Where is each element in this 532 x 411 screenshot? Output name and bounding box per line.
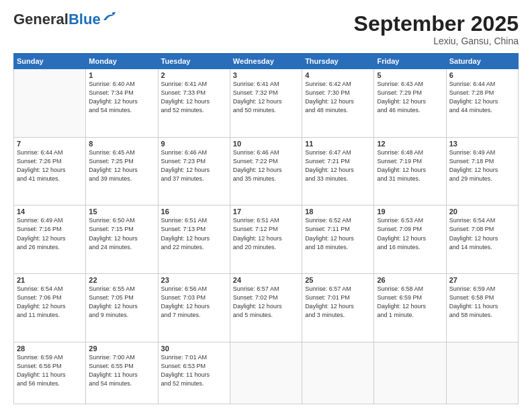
day-info: Sunrise: 6:46 AMSunset: 7:23 PMDaylight:… xyxy=(161,148,227,183)
day-info: Sunrise: 6:58 AMSunset: 6:59 PMDaylight:… xyxy=(377,285,443,320)
day-info: Sunrise: 7:00 AMSunset: 6:55 PMDaylight:… xyxy=(89,353,154,388)
day-info: Sunrise: 6:46 AMSunset: 7:22 PMDaylight:… xyxy=(233,148,299,183)
logo-blue: Blue xyxy=(69,11,101,28)
day-number: 25 xyxy=(305,276,371,284)
day-info: Sunrise: 6:45 AMSunset: 7:25 PMDaylight:… xyxy=(89,148,154,183)
day-number: 28 xyxy=(17,345,83,353)
day-number: 29 xyxy=(89,345,154,353)
logo-bird-icon xyxy=(102,11,117,23)
day-number: 8 xyxy=(89,140,154,148)
table-row: 3Sunrise: 6:41 AMSunset: 7:32 PMDaylight… xyxy=(230,69,302,138)
col-saturday: Saturday xyxy=(446,54,518,69)
day-number: 4 xyxy=(305,71,371,79)
table-row: 25Sunrise: 6:57 AMSunset: 7:01 PMDayligh… xyxy=(302,274,374,342)
col-sunday: Sunday xyxy=(14,54,86,69)
day-number: 7 xyxy=(17,140,83,148)
day-number: 12 xyxy=(377,140,443,148)
logo-general: General xyxy=(13,11,69,28)
table-row: 24Sunrise: 6:57 AMSunset: 7:02 PMDayligh… xyxy=(230,274,302,342)
table-row xyxy=(374,342,446,404)
table-row: 23Sunrise: 6:56 AMSunset: 7:03 PMDayligh… xyxy=(158,274,230,342)
day-info: Sunrise: 6:40 AMSunset: 7:34 PMDaylight:… xyxy=(89,80,154,115)
month-title: September 2025 xyxy=(354,12,519,36)
location-subtitle: Lexiu, Gansu, China xyxy=(354,36,519,46)
day-number: 11 xyxy=(305,140,371,148)
table-row: 9Sunrise: 6:46 AMSunset: 7:23 PMDaylight… xyxy=(158,137,230,205)
day-info: Sunrise: 6:51 AMSunset: 7:13 PMDaylight:… xyxy=(161,216,227,251)
day-number: 10 xyxy=(233,140,299,148)
day-number: 17 xyxy=(233,208,299,216)
day-number: 14 xyxy=(17,208,83,216)
day-number: 22 xyxy=(89,276,154,284)
day-info: Sunrise: 6:49 AMSunset: 7:16 PMDaylight:… xyxy=(17,216,83,251)
day-number: 18 xyxy=(305,208,371,216)
table-row: 27Sunrise: 6:59 AMSunset: 6:58 PMDayligh… xyxy=(446,274,518,342)
table-row: 28Sunrise: 6:59 AMSunset: 6:56 PMDayligh… xyxy=(14,342,86,404)
day-number: 30 xyxy=(161,345,227,353)
day-info: Sunrise: 6:42 AMSunset: 7:30 PMDaylight:… xyxy=(305,80,371,115)
day-number: 16 xyxy=(161,208,227,216)
col-monday: Monday xyxy=(86,54,158,69)
table-row xyxy=(446,342,518,404)
table-row: 13Sunrise: 6:49 AMSunset: 7:18 PMDayligh… xyxy=(446,137,518,205)
table-row: 26Sunrise: 6:58 AMSunset: 6:59 PMDayligh… xyxy=(374,274,446,342)
table-row: 12Sunrise: 6:48 AMSunset: 7:19 PMDayligh… xyxy=(374,137,446,205)
day-info: Sunrise: 6:44 AMSunset: 7:26 PMDaylight:… xyxy=(17,148,83,183)
day-number: 23 xyxy=(161,276,227,284)
day-info: Sunrise: 7:01 AMSunset: 6:53 PMDaylight:… xyxy=(161,353,227,388)
day-number: 6 xyxy=(449,71,515,79)
day-info: Sunrise: 6:59 AMSunset: 6:56 PMDaylight:… xyxy=(17,353,83,388)
table-row: 7Sunrise: 6:44 AMSunset: 7:26 PMDaylight… xyxy=(14,137,86,205)
logo-text: GeneralBlue xyxy=(13,12,101,27)
day-number: 24 xyxy=(233,276,299,284)
col-thursday: Thursday xyxy=(302,54,374,69)
page: GeneralBlue September 2025 Lexiu, Gansu,… xyxy=(0,0,532,411)
day-info: Sunrise: 6:54 AMSunset: 7:08 PMDaylight:… xyxy=(449,216,515,251)
logo: GeneralBlue xyxy=(13,12,117,27)
col-tuesday: Tuesday xyxy=(158,54,230,69)
calendar-table: Sunday Monday Tuesday Wednesday Thursday… xyxy=(13,53,519,404)
day-info: Sunrise: 6:52 AMSunset: 7:11 PMDaylight:… xyxy=(305,216,371,251)
calendar-header-row: Sunday Monday Tuesday Wednesday Thursday… xyxy=(14,54,519,69)
table-row: 6Sunrise: 6:44 AMSunset: 7:28 PMDaylight… xyxy=(446,69,518,138)
table-row: 18Sunrise: 6:52 AMSunset: 7:11 PMDayligh… xyxy=(302,205,374,274)
table-row: 4Sunrise: 6:42 AMSunset: 7:30 PMDaylight… xyxy=(302,69,374,138)
table-row: 10Sunrise: 6:46 AMSunset: 7:22 PMDayligh… xyxy=(230,137,302,205)
table-row: 14Sunrise: 6:49 AMSunset: 7:16 PMDayligh… xyxy=(14,205,86,274)
day-number: 21 xyxy=(17,276,83,284)
day-number: 9 xyxy=(161,140,227,148)
day-info: Sunrise: 6:57 AMSunset: 7:02 PMDaylight:… xyxy=(233,285,299,320)
day-info: Sunrise: 6:43 AMSunset: 7:29 PMDaylight:… xyxy=(377,80,443,115)
day-info: Sunrise: 6:57 AMSunset: 7:01 PMDaylight:… xyxy=(305,285,371,320)
table-row xyxy=(302,342,374,404)
col-friday: Friday xyxy=(374,54,446,69)
table-row: 15Sunrise: 6:50 AMSunset: 7:15 PMDayligh… xyxy=(86,205,158,274)
header: GeneralBlue September 2025 Lexiu, Gansu,… xyxy=(13,12,519,46)
day-number: 5 xyxy=(377,71,443,79)
day-info: Sunrise: 6:56 AMSunset: 7:03 PMDaylight:… xyxy=(161,285,227,320)
table-row: 8Sunrise: 6:45 AMSunset: 7:25 PMDaylight… xyxy=(86,137,158,205)
table-row: 20Sunrise: 6:54 AMSunset: 7:08 PMDayligh… xyxy=(446,205,518,274)
day-info: Sunrise: 6:41 AMSunset: 7:32 PMDaylight:… xyxy=(233,80,299,115)
day-info: Sunrise: 6:59 AMSunset: 6:58 PMDaylight:… xyxy=(449,285,515,320)
day-number: 19 xyxy=(377,208,443,216)
table-row: 11Sunrise: 6:47 AMSunset: 7:21 PMDayligh… xyxy=(302,137,374,205)
table-row: 17Sunrise: 6:51 AMSunset: 7:12 PMDayligh… xyxy=(230,205,302,274)
day-number: 3 xyxy=(233,71,299,79)
day-info: Sunrise: 6:54 AMSunset: 7:06 PMDaylight:… xyxy=(17,285,83,320)
day-number: 26 xyxy=(377,276,443,284)
day-info: Sunrise: 6:44 AMSunset: 7:28 PMDaylight:… xyxy=(449,80,515,115)
day-info: Sunrise: 6:50 AMSunset: 7:15 PMDaylight:… xyxy=(89,216,154,251)
table-row xyxy=(230,342,302,404)
day-info: Sunrise: 6:53 AMSunset: 7:09 PMDaylight:… xyxy=(377,216,443,251)
day-info: Sunrise: 6:49 AMSunset: 7:18 PMDaylight:… xyxy=(449,148,515,183)
table-row: 30Sunrise: 7:01 AMSunset: 6:53 PMDayligh… xyxy=(158,342,230,404)
table-row: 22Sunrise: 6:55 AMSunset: 7:05 PMDayligh… xyxy=(86,274,158,342)
table-row: 16Sunrise: 6:51 AMSunset: 7:13 PMDayligh… xyxy=(158,205,230,274)
day-number: 1 xyxy=(89,71,154,79)
day-info: Sunrise: 6:47 AMSunset: 7:21 PMDaylight:… xyxy=(305,148,371,183)
col-wednesday: Wednesday xyxy=(230,54,302,69)
day-number: 20 xyxy=(449,208,515,216)
table-row: 5Sunrise: 6:43 AMSunset: 7:29 PMDaylight… xyxy=(374,69,446,138)
title-block: September 2025 Lexiu, Gansu, China xyxy=(354,12,519,46)
